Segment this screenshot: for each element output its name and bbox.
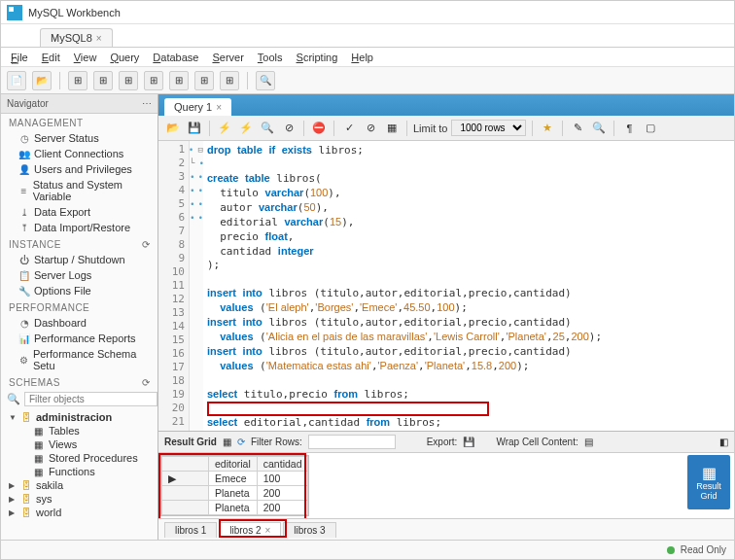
autocommit-icon[interactable]: ✓: [340, 120, 358, 137]
menu-query[interactable]: Query: [110, 52, 139, 63]
nav-server-status[interactable]: ◷Server Status: [1, 130, 158, 146]
save-icon[interactable]: 💾: [186, 120, 203, 137]
nav-status-vars[interactable]: ≡Status and System Variable: [1, 177, 158, 204]
home-icon[interactable]: ⌂: [11, 52, 18, 67]
menu-help[interactable]: Help: [351, 52, 373, 63]
menu-view[interactable]: View: [74, 52, 97, 63]
tb-icon[interactable]: 🔍: [256, 71, 275, 90]
result-tab[interactable]: libros 1: [164, 522, 217, 538]
schema-node[interactable]: ▼🗄administracion: [5, 410, 154, 424]
close-icon[interactable]: ×: [96, 33, 102, 44]
refresh-icon[interactable]: ⟳: [142, 377, 151, 388]
logs-icon: 📋: [18, 269, 30, 281]
find-icon[interactable]: 🔍: [590, 120, 608, 137]
separator: [59, 72, 60, 89]
execute-icon[interactable]: ⚡: [216, 120, 233, 137]
schema-node[interactable]: ▶🗄sys: [5, 492, 154, 506]
query-tab[interactable]: Query 1 ×: [164, 98, 231, 116]
code-text[interactable]: drop table if exists libros; create tabl…: [203, 141, 734, 431]
result-tabs: libros 1 libros 2× libros 3: [158, 518, 734, 540]
tb-icon[interactable]: ⊞: [119, 71, 138, 90]
tb-icon[interactable]: ⊞: [220, 71, 239, 90]
connections-icon: 👥: [18, 148, 30, 159]
result-tab[interactable]: libros 3: [283, 522, 335, 538]
separator: [209, 121, 210, 136]
star-icon[interactable]: ★: [539, 120, 556, 137]
menu-database[interactable]: Database: [153, 52, 198, 63]
wrap-icon[interactable]: ▤: [584, 437, 593, 447]
section-schemas: SCHEMAS⟳: [1, 373, 158, 390]
schema-funcs[interactable]: ▦Functions: [5, 465, 154, 478]
nav-data-import[interactable]: ⤒Data Import/Restore: [1, 220, 158, 235]
tb-icon[interactable]: ▦: [383, 120, 401, 137]
stop-icon[interactable]: ⊘: [280, 120, 298, 137]
nav-perf-reports[interactable]: 📊Performance Reports: [1, 331, 158, 346]
nav-startup[interactable]: ⏻Startup / Shutdown: [1, 252, 158, 267]
beautify-icon[interactable]: ✎: [569, 120, 586, 137]
separator: [333, 121, 334, 136]
expand-icon[interactable]: ▶: [9, 495, 18, 504]
filter-rows-input[interactable]: [308, 435, 396, 449]
execute-cursor-icon[interactable]: ⚡: [237, 120, 255, 137]
schema-node[interactable]: ▶🗄sakila: [5, 478, 154, 492]
explain-icon[interactable]: 🔍: [259, 120, 276, 137]
sql-editor[interactable]: 12345678910111213141516171819202122 • ⊟ …: [158, 141, 734, 431]
nav-options-file[interactable]: 🔧Options File: [1, 283, 158, 298]
import-icon: ⤒: [18, 222, 30, 233]
result-grid-btn-label: Result Grid: [687, 482, 730, 502]
filter-label: Filter Rows:: [251, 437, 302, 447]
highlight-box-tab: [219, 519, 287, 538]
nav-dashboard[interactable]: ◔Dashboard: [1, 315, 158, 331]
separator: [406, 121, 407, 136]
menu-edit[interactable]: Edit: [42, 52, 60, 63]
tb-icon[interactable]: ⊞: [68, 71, 88, 90]
nav-server-logs[interactable]: 📋Server Logs: [1, 267, 158, 283]
collapse-icon[interactable]: ▼: [9, 413, 18, 422]
line-gutter: 12345678910111213141516171819202122: [158, 141, 190, 431]
tb-icon[interactable]: ⊞: [194, 71, 214, 90]
panel-menu-icon[interactable]: ⋯: [142, 98, 152, 109]
result-grid-button[interactable]: ▦ Result Grid: [687, 455, 730, 509]
connection-tab[interactable]: MySQL8 ×: [40, 28, 113, 47]
schema-node[interactable]: ▶🗄world: [5, 506, 154, 519]
open-icon[interactable]: 📂: [164, 120, 182, 137]
panel-toggle-icon[interactable]: ◧: [719, 437, 728, 447]
nav-client-connections[interactable]: 👥Client Connections: [1, 146, 158, 161]
tb-icon[interactable]: ⊞: [93, 71, 113, 90]
tb-icon[interactable]: ⊞: [169, 71, 189, 90]
new-sql-tab-icon[interactable]: 📄: [7, 71, 26, 90]
open-sql-icon[interactable]: 📂: [32, 71, 52, 90]
menu-scripting[interactable]: Scripting: [297, 52, 338, 63]
titlebar: MySQL Workbench: [1, 1, 734, 24]
connection-tabs: MySQL8 ×: [1, 24, 734, 48]
close-icon[interactable]: ×: [216, 102, 222, 113]
nav-data-export[interactable]: ⤓Data Export: [1, 204, 158, 220]
schema-tables[interactable]: ▦Tables: [5, 424, 154, 438]
limit-select[interactable]: 1000 rows: [451, 120, 526, 136]
menu-tools[interactable]: Tools: [258, 52, 283, 63]
result-grid-label: Result Grid: [164, 437, 217, 447]
refresh-icon[interactable]: ⟳: [142, 239, 151, 250]
tb-icon[interactable]: ⊞: [144, 71, 163, 90]
expand-icon[interactable]: ▶: [9, 508, 18, 517]
separator: [532, 121, 533, 136]
schema-procs[interactable]: ▦Stored Procedures: [5, 451, 154, 465]
grid-icon[interactable]: ▦: [223, 437, 231, 447]
separator: [613, 121, 614, 136]
rollback-icon[interactable]: ⊘: [362, 120, 379, 137]
wrap-icon[interactable]: ¶: [620, 120, 638, 137]
menu-server[interactable]: Server: [212, 52, 243, 63]
schema-views[interactable]: ▦Views: [5, 438, 154, 451]
expand-icon[interactable]: ▶: [9, 481, 18, 490]
schema-filter-input[interactable]: [24, 392, 158, 406]
tb-icon[interactable]: ▢: [642, 120, 659, 137]
nav-perf-schema[interactable]: ⚙Performance Schema Setu: [1, 346, 158, 373]
connection-tab-label: MySQL8: [51, 32, 92, 44]
highlight-box-result: [158, 453, 306, 527]
refresh-icon[interactable]: ⟳: [237, 437, 245, 447]
nav-users[interactable]: 👤Users and Privileges: [1, 161, 158, 177]
commit-icon[interactable]: ⛔: [310, 120, 328, 137]
navigator-panel: Navigator ⋯ MANAGEMENT ◷Server Status 👥C…: [1, 94, 158, 540]
database-icon: 🗄: [21, 494, 33, 505]
export-icon[interactable]: 💾: [463, 437, 474, 447]
